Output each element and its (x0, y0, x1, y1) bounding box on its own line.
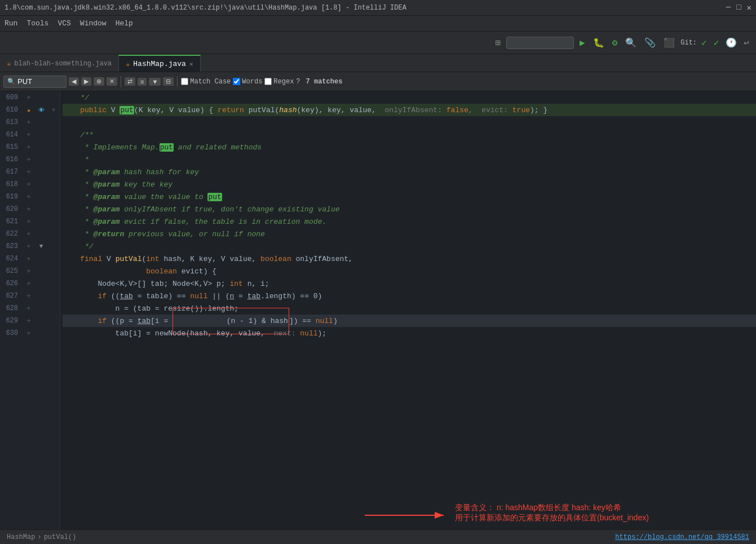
code-624-boolean: boolean (260, 255, 291, 263)
breadcrumb: HashMap › putVal() (7, 533, 76, 541)
tab-close-icon[interactable]: ✕ (189, 60, 193, 68)
regex-label: Regex (273, 78, 294, 86)
git-section: Git: ✓ ✓ 🕐 ↩ (680, 36, 751, 50)
code-629-p1: ((p = (111, 317, 138, 325)
attach-button[interactable]: 📎 (642, 36, 658, 50)
match-case-checkbox[interactable] (181, 78, 188, 85)
stop-button[interactable]: ⬛ (661, 36, 677, 50)
next-match-button[interactable]: ▶ (81, 77, 91, 86)
gutter-row-622: 622 + (0, 228, 60, 240)
add-breakpoint-625[interactable]: + (23, 267, 35, 276)
git-history[interactable]: 🕐 (723, 36, 739, 50)
git-checkmark2[interactable]: ✓ (711, 36, 722, 50)
add-breakpoint-629[interactable]: + (23, 317, 35, 325)
words-option[interactable]: Words (233, 78, 262, 86)
match-case-option[interactable]: Match Case (181, 78, 231, 86)
line-num-624: 624 (0, 255, 23, 263)
git-revert[interactable]: ↩ (741, 36, 751, 50)
add-breakpoint-609[interactable]: + (23, 94, 35, 102)
code-610-true: true (512, 106, 530, 114)
code-626-ni: n, i; (243, 280, 269, 288)
gutter-row-627: 627 + (0, 290, 60, 302)
add-breakpoint-624[interactable]: + (23, 255, 35, 263)
line-num-630: 630 (0, 329, 23, 337)
code-610-return: return (218, 106, 249, 114)
blog-link[interactable]: https://blog.csdn.net/qq_39914581 (615, 533, 749, 541)
help-icon[interactable]: ? (296, 78, 300, 86)
menu-tools[interactable]: Tools (26, 19, 48, 28)
code-630-end: ); (318, 329, 327, 338)
annotation-text-block: 变量含义： n: hashMap数组长度 hash: key哈希 用于计算新添加… (455, 503, 649, 523)
add-breakpoint-620[interactable]: + (23, 205, 35, 214)
coverage-button[interactable]: 🔍 (623, 36, 639, 50)
filter-button[interactable]: ▼ (149, 78, 161, 86)
code-622-post: previous value, or null if none (124, 230, 265, 238)
add-breakpoint-621[interactable]: + (23, 218, 35, 226)
words-checkbox[interactable] (233, 78, 240, 85)
code-625-evict: evict) { (177, 267, 216, 276)
git-checkmark1[interactable]: ✓ (699, 36, 709, 50)
gutter-row-623: 623 + ▼ (0, 240, 60, 253)
add-configuration-icon[interactable]: ⊞ (493, 36, 503, 50)
code-615-put-match: put (160, 143, 174, 152)
add-breakpoint-614[interactable]: + (23, 131, 35, 139)
watch-610[interactable]: 👁 (35, 107, 47, 114)
annotation-line1: 变量含义： n: hashMap数组长度 hash: key哈希 (455, 503, 649, 513)
find-all-button[interactable]: ⊕ (94, 77, 104, 86)
line-num-621: 621 (0, 218, 23, 225)
regex-option[interactable]: Regex (264, 78, 294, 86)
multiline-button[interactable]: ≡ (138, 78, 147, 86)
search-input[interactable] (17, 77, 63, 86)
add-breakpoint-619[interactable]: + (23, 193, 35, 201)
maximize-icon[interactable]: □ (736, 3, 741, 12)
line-num-622: 622 (0, 230, 23, 238)
line-num-613: 613 (0, 118, 23, 126)
code-627-n: n (230, 292, 235, 300)
add-breakpoint-613[interactable]: + (23, 118, 35, 127)
prev-match-button[interactable]: ◀ (69, 77, 79, 86)
menu-run[interactable]: Run (5, 19, 17, 28)
expand-search-button[interactable]: ⇄ (125, 77, 135, 86)
fold-623[interactable]: ▼ (35, 243, 47, 250)
code-615-post: and related methods (174, 143, 262, 152)
add-breakpoint-628[interactable]: + (23, 304, 35, 313)
java-hashmap-icon: ☕ (126, 60, 130, 68)
add-breakpoint-617[interactable]: + (23, 168, 35, 176)
add-breakpoint-622[interactable]: + (23, 230, 35, 238)
tab-other-file[interactable]: ☕ blah-blah-something.java (0, 55, 118, 72)
menu-help[interactable]: Help (116, 19, 133, 28)
minimize-icon[interactable]: ─ (726, 3, 731, 12)
run-button[interactable]: ▶ (577, 36, 587, 50)
line-num-618: 618 (0, 180, 23, 188)
code-629-null: null (316, 317, 333, 325)
line-num-628: 628 (0, 304, 23, 312)
add-breakpoint-627[interactable]: + (23, 292, 35, 300)
add-breakpoint-626[interactable]: + (23, 280, 35, 288)
add-breakpoint-616[interactable]: + (23, 156, 35, 164)
add-breakpoint-618[interactable]: + (23, 180, 35, 189)
code-618-param: @param (94, 180, 120, 189)
bookmark-610[interactable]: ★ (23, 107, 35, 114)
tab-hashmap-label: HashMap.java (133, 60, 186, 68)
add-breakpoint-615[interactable]: + (23, 143, 35, 152)
gutter-row-628: 628 + (0, 302, 60, 315)
filter2-button[interactable]: ⊟ (163, 77, 174, 86)
add-breakpoint-623[interactable]: + (23, 242, 35, 251)
breadcrumb-hashmap: HashMap (7, 533, 35, 541)
menu-vcs[interactable]: VCS (58, 19, 70, 28)
code-624-int: int (146, 255, 159, 263)
search-bar: 🔍 ◀ ▶ ⊕ ✕ ⇄ ≡ ▼ ⊟ Match Case Words Regex… (0, 72, 756, 91)
debug-button[interactable]: 🐛 (591, 36, 607, 50)
code-line-619: * @param value the value to put (63, 191, 756, 203)
add-breakpoint-630[interactable]: + (23, 329, 35, 338)
toolbar: ⊞ ▶ 🐛 ⚙ 🔍 📎 ⬛ Git: ✓ ✓ 🕐 ↩ (0, 32, 756, 54)
menu-window[interactable]: Window (80, 19, 107, 28)
tab-hashmap[interactable]: ☕ HashMap.java ✕ (118, 55, 200, 72)
gutter-row-615: 615 + (0, 141, 60, 153)
window-controls[interactable]: ─ □ ✕ (726, 3, 751, 12)
close-icon[interactable]: ✕ (747, 3, 751, 12)
profile-button[interactable]: ⚙ (610, 36, 620, 50)
regex-checkbox[interactable] (264, 78, 272, 85)
add-icon-610[interactable]: + (47, 106, 60, 114)
close-search-button[interactable]: ✕ (107, 77, 117, 86)
